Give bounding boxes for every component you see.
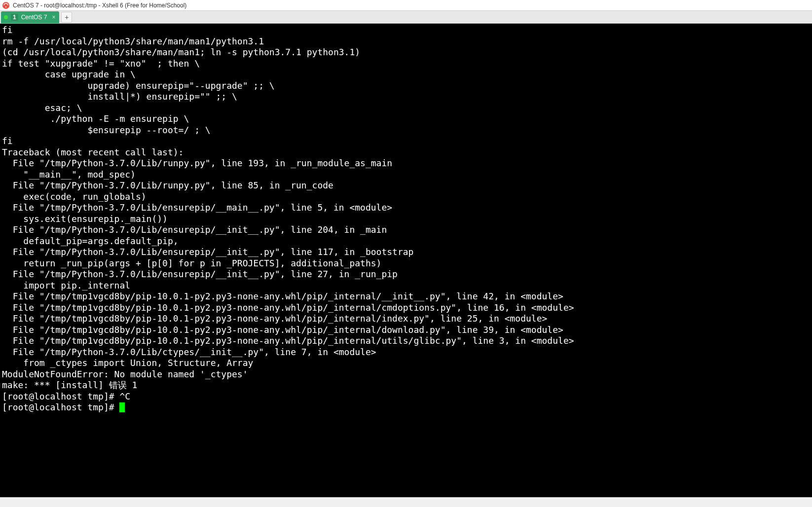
connection-status-dot-icon: [4, 15, 8, 19]
tab-label: CentOS 7: [21, 14, 47, 21]
terminal-view[interactable]: fi rm -f /usr/local/python3/share/man/ma…: [0, 24, 812, 497]
close-tab-icon[interactable]: ×: [52, 14, 55, 21]
terminal-prompt: [root@localhost tmp]#: [2, 402, 119, 412]
new-tab-button[interactable]: +: [61, 12, 72, 23]
tab-number: 1: [11, 14, 18, 21]
window-titlebar: CentOS 7 - root@localhost:/tmp - Xshell …: [0, 0, 812, 11]
tab-bar: 1 CentOS 7 × +: [0, 11, 812, 24]
window-title: CentOS 7 - root@localhost:/tmp - Xshell …: [13, 2, 186, 9]
app-icon: [2, 1, 10, 9]
svg-point-1: [5, 6, 6, 7]
terminal-cursor: [119, 402, 125, 412]
session-tab-centos7[interactable]: 1 CentOS 7 ×: [1, 11, 59, 23]
status-bar: [0, 497, 812, 507]
plus-icon: +: [65, 13, 69, 21]
terminal-output: fi rm -f /usr/local/python3/share/man/ma…: [2, 25, 574, 401]
svg-point-0: [2, 2, 9, 9]
